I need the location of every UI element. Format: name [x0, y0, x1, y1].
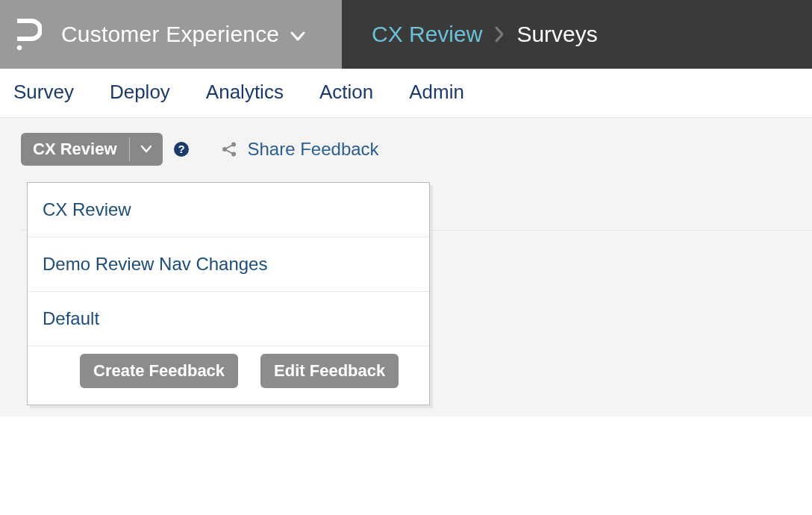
create-feedback-button[interactable]: Create Feedback [80, 354, 238, 388]
nav-tab-analytics[interactable]: Analytics [206, 81, 284, 104]
nav-tab-admin[interactable]: Admin [409, 81, 464, 104]
chevron-right-icon [494, 26, 505, 43]
feedback-dropdown-button[interactable]: CX Review [21, 133, 163, 166]
nav-tab-deploy[interactable]: Deploy [110, 81, 170, 104]
dropdown-item[interactable]: CX Review [28, 183, 429, 237]
caret-down-icon [290, 22, 305, 46]
share-icon [221, 141, 237, 157]
breadcrumb-parent[interactable]: CX Review [372, 22, 482, 47]
svg-line-6 [226, 146, 232, 149]
breadcrumb-current: Surveys [516, 22, 597, 47]
nav-tabs: Survey Deploy Analytics Action Admin [0, 69, 812, 118]
edit-feedback-button[interactable]: Edit Feedback [260, 354, 399, 388]
breadcrumb: CX Review Surveys [342, 0, 812, 69]
svg-line-7 [226, 150, 232, 154]
logo-icon [10, 16, 48, 53]
toolbar: CX Review ? Share Feedback [21, 133, 791, 166]
nav-tab-survey[interactable]: Survey [13, 81, 74, 104]
svg-text:?: ? [178, 143, 184, 155]
share-feedback-link[interactable]: Share Feedback [221, 139, 379, 160]
top-header: Customer Experience CX Review Surveys [0, 0, 812, 69]
feedback-dropdown-label: CX Review [21, 133, 129, 166]
dropdown-actions: Create Feedback Edit Feedback [28, 346, 429, 388]
product-name-label: Customer Experience [61, 22, 279, 46]
dropdown-item[interactable]: Default [28, 292, 429, 346]
svg-point-0 [17, 46, 22, 50]
content-area: CX Review ? Share Feedback CX Re [0, 118, 812, 416]
nav-tab-action[interactable]: Action [319, 81, 373, 104]
help-icon[interactable]: ? [173, 141, 190, 157]
product-dropdown[interactable]: Customer Experience [61, 22, 305, 47]
dropdown-item[interactable]: Demo Review Nav Changes [28, 237, 429, 292]
caret-down-icon [130, 133, 163, 166]
share-feedback-label: Share Feedback [248, 139, 379, 160]
header-left: Customer Experience [0, 0, 342, 69]
feedback-dropdown-panel: CX Review Demo Review Nav Changes Defaul… [27, 182, 430, 405]
